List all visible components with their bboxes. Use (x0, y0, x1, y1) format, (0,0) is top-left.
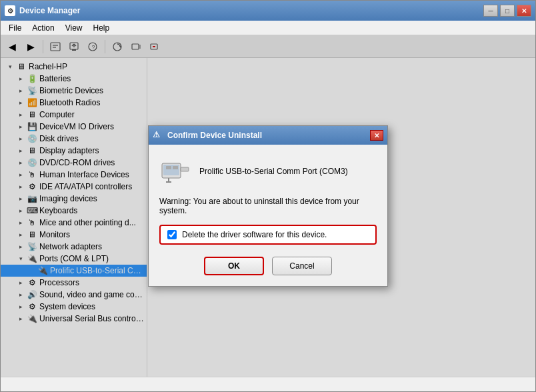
maximize-button[interactable]: □ (500, 5, 515, 17)
dialog-title-icon: ⚠ (153, 130, 163, 141)
dialog-title-bar: ⚠ Confirm Device Uninstall ✕ (149, 126, 387, 145)
ok-button[interactable]: OK (204, 257, 264, 275)
dialog-checkbox-row: Delete the driver software for this devi… (159, 225, 377, 245)
menu-view[interactable]: View (60, 22, 88, 34)
modal-overlay: ⚠ Confirm Device Uninstall ✕ (1, 35, 535, 377)
dialog-warning-text: Warning: You are about to uninstall this… (159, 197, 377, 215)
window-title: Device Manager (19, 6, 483, 15)
confirm-uninstall-dialog: ⚠ Confirm Device Uninstall ✕ (148, 125, 388, 287)
menu-action[interactable]: Action (27, 22, 59, 34)
dialog-device-row: Prolific USB-to-Serial Comm Port (COM3) (159, 155, 377, 187)
device-manager-window: ⚙ Device Manager ─ □ ✕ File Action View … (0, 0, 536, 392)
dialog-device-icon (159, 155, 191, 187)
dialog-body: Prolific USB-to-Serial Comm Port (COM3) … (149, 145, 387, 286)
delete-driver-label: Delete the driver software for this devi… (182, 230, 327, 239)
status-bar (1, 377, 535, 391)
svg-rect-20 (181, 167, 189, 171)
dialog-device-name: Prolific USB-to-Serial Comm Port (COM3) (199, 167, 348, 176)
window-icon: ⚙ (5, 5, 15, 16)
menu-help[interactable]: Help (88, 22, 115, 34)
dialog-buttons: OK Cancel (159, 257, 377, 275)
minimize-button[interactable]: ─ (483, 5, 498, 17)
close-button[interactable]: ✕ (517, 5, 531, 17)
menu-bar: File Action View Help (1, 21, 535, 35)
cancel-button[interactable]: Cancel (272, 257, 332, 275)
title-bar-buttons: ─ □ ✕ (483, 5, 531, 17)
svg-rect-22 (173, 166, 178, 169)
svg-rect-21 (166, 166, 171, 169)
dialog-title-text: Confirm Device Uninstall (167, 131, 370, 140)
menu-file[interactable]: File (3, 22, 27, 34)
delete-driver-checkbox[interactable] (167, 230, 177, 239)
dialog-close-button[interactable]: ✕ (370, 130, 383, 141)
title-bar: ⚙ Device Manager ─ □ ✕ (1, 1, 535, 21)
